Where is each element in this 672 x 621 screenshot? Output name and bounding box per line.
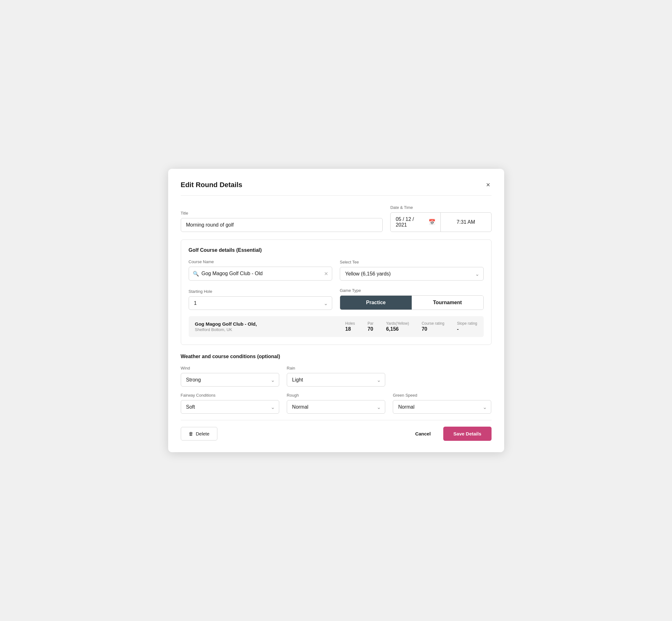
search-icon: 🔍 [193, 271, 199, 277]
conditions-section: Weather and course conditions (optional)… [181, 354, 492, 414]
wind-rain-row: Wind Calm Light Moderate Strong Very Str… [181, 366, 492, 386]
cancel-button[interactable]: Cancel [410, 427, 436, 440]
select-tee-label: Select Tee [340, 260, 484, 264]
fairway-group: Fairway Conditions Soft Normal Firm Hard… [181, 393, 279, 414]
modal-header: Edit Round Details × [181, 180, 492, 196]
fairway-wrap: Soft Normal Firm Hard ⌄ [181, 400, 279, 414]
rain-group: Rain None Light Moderate Heavy ⌄ [287, 366, 385, 386]
par-label: Par [368, 321, 374, 326]
delete-label: Delete [196, 431, 209, 437]
course-name-label: Course Name [189, 259, 333, 264]
date-value: 05 / 12 / 2021 [395, 216, 424, 228]
rough-dropdown[interactable]: Short Normal Long [287, 400, 385, 414]
course-location: Shelford Bottom, UK [195, 327, 345, 332]
game-type-group: Game Type Practice Tournament [340, 288, 484, 310]
title-input[interactable] [181, 218, 383, 232]
rough-wrap: Short Normal Long ⌄ [287, 400, 385, 414]
datetime-group: Date & Time 05 / 12 / 2021 📅 7:31 AM [390, 205, 491, 232]
starting-hole-dropdown[interactable]: 1 2 3 10 [189, 296, 333, 310]
title-group: Title [181, 211, 383, 232]
select-tee-wrap: Yellow (6,156 yards) White Red Blue ⌄ [340, 267, 484, 281]
date-field[interactable]: 05 / 12 / 2021 📅 [390, 213, 440, 232]
course-name-display: Gog Magog Golf Club - Old, [195, 321, 345, 327]
fairway-rough-green-row: Fairway Conditions Soft Normal Firm Hard… [181, 393, 492, 414]
yards-label: Yards(Yellow) [386, 321, 409, 326]
starting-hole-group: Starting Hole 1 2 3 10 ⌄ [189, 289, 333, 310]
course-info-bar: Gog Magog Golf Club - Old, Shelford Bott… [189, 316, 484, 337]
select-tee-group: Select Tee Yellow (6,156 yards) White Re… [340, 260, 484, 281]
datetime-label: Date & Time [390, 205, 491, 210]
practice-toggle-btn[interactable]: Practice [340, 296, 412, 309]
date-time-row: 05 / 12 / 2021 📅 7:31 AM [390, 212, 491, 232]
green-speed-wrap: Slow Normal Fast Very Fast ⌄ [393, 400, 491, 414]
tournament-toggle-btn[interactable]: Tournament [412, 296, 483, 309]
course-rating-label: Course rating [421, 321, 444, 326]
slope-rating-stat: Slope rating - [457, 321, 477, 332]
course-section-title: Golf Course details (Essential) [189, 247, 484, 253]
yards-value: 6,156 [386, 326, 399, 332]
holes-label: Holes [345, 321, 355, 326]
conditions-title: Weather and course conditions (optional) [181, 354, 492, 360]
rough-label: Rough [287, 393, 385, 398]
wind-wrap: Calm Light Moderate Strong Very Strong ⌄ [181, 373, 279, 386]
hole-gametype-row: Starting Hole 1 2 3 10 ⌄ Game Type Pract… [189, 288, 484, 310]
holes-value: 18 [345, 326, 351, 332]
rain-dropdown[interactable]: None Light Moderate Heavy [287, 373, 385, 386]
yards-stat: Yards(Yellow) 6,156 [386, 321, 409, 332]
modal-title: Edit Round Details [181, 181, 243, 189]
rough-group: Rough Short Normal Long ⌄ [287, 393, 385, 414]
fairway-label: Fairway Conditions [181, 393, 279, 398]
wind-label: Wind [181, 366, 279, 370]
rain-label: Rain [287, 366, 385, 370]
select-tee-dropdown[interactable]: Yellow (6,156 yards) White Red Blue [340, 267, 484, 281]
fairway-dropdown[interactable]: Soft Normal Firm Hard [181, 400, 279, 414]
calendar-icon: 📅 [428, 219, 435, 225]
footer-right: Cancel Save Details [410, 427, 492, 441]
green-speed-group: Green Speed Slow Normal Fast Very Fast ⌄ [393, 393, 491, 414]
course-name-group: Course Name 🔍 ✕ [189, 259, 333, 281]
delete-button[interactable]: 🗑 Delete [181, 427, 217, 441]
time-field[interactable]: 7:31 AM [441, 213, 491, 232]
wind-group: Wind Calm Light Moderate Strong Very Str… [181, 366, 279, 386]
footer-row: 🗑 Delete Cancel Save Details [181, 420, 492, 441]
green-speed-dropdown[interactable]: Slow Normal Fast Very Fast [393, 400, 491, 414]
time-value: 7:31 AM [457, 219, 475, 225]
course-rating-value: 70 [421, 326, 427, 332]
clear-icon[interactable]: ✕ [324, 271, 328, 277]
game-type-label: Game Type [340, 288, 484, 293]
course-search-wrap: 🔍 ✕ [189, 266, 333, 281]
title-label: Title [181, 211, 383, 215]
title-datetime-row: Title Date & Time 05 / 12 / 2021 📅 7:31 … [181, 205, 492, 232]
course-search-input[interactable] [202, 267, 324, 280]
par-value: 70 [368, 326, 373, 332]
slope-rating-label: Slope rating [457, 321, 477, 326]
game-type-toggle: Practice Tournament [340, 295, 484, 310]
course-rating-stat: Course rating 70 [421, 321, 444, 332]
starting-hole-label: Starting Hole [189, 289, 333, 294]
course-info-name: Gog Magog Golf Club - Old, Shelford Bott… [195, 321, 345, 332]
slope-rating-value: - [457, 326, 458, 332]
course-stats: Holes 18 Par 70 Yards(Yellow) 6,156 Cour… [345, 321, 477, 332]
edit-round-modal: Edit Round Details × Title Date & Time 0… [168, 169, 504, 452]
rain-wrap: None Light Moderate Heavy ⌄ [287, 373, 385, 386]
wind-dropdown[interactable]: Calm Light Moderate Strong Very Strong [181, 373, 279, 386]
par-stat: Par 70 [368, 321, 374, 332]
trash-icon: 🗑 [189, 431, 194, 437]
save-button[interactable]: Save Details [443, 427, 491, 441]
close-button[interactable]: × [485, 180, 492, 190]
green-speed-label: Green Speed [393, 393, 491, 398]
starting-hole-wrap: 1 2 3 10 ⌄ [189, 296, 333, 310]
course-section: Golf Course details (Essential) Course N… [181, 240, 492, 345]
course-tee-row: Course Name 🔍 ✕ Select Tee Yellow (6,156… [189, 259, 484, 281]
holes-stat: Holes 18 [345, 321, 355, 332]
